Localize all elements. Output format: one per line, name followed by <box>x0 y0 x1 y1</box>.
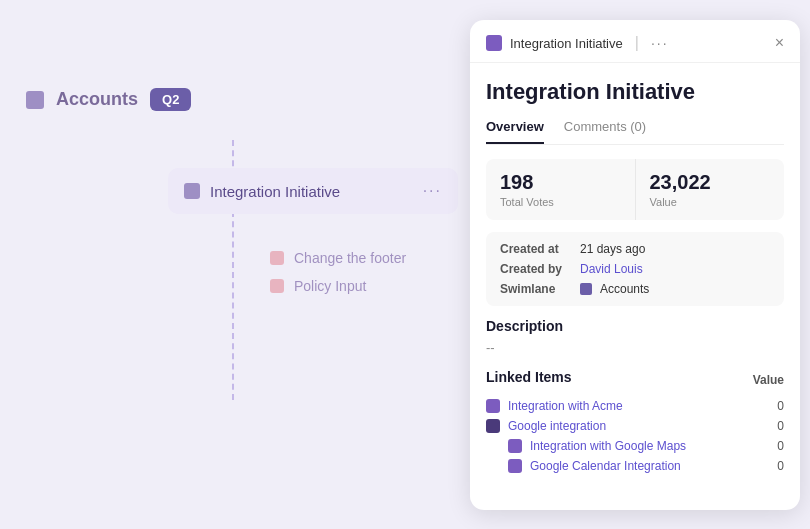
list-item: Google integration 0 <box>486 419 784 433</box>
meta-swimlane-key: Swimlane <box>500 282 572 296</box>
meta-box: Created at 21 days ago Created by David … <box>486 232 784 306</box>
meta-swimlane-value: Accounts <box>600 282 649 296</box>
linked-item-label[interactable]: Google integration <box>508 419 606 433</box>
panel-header-icon <box>486 35 502 51</box>
meta-created-at-key: Created at <box>500 242 572 256</box>
canvas-area: Accounts Q2 Integration Initiative ··· C… <box>0 0 470 529</box>
stat-total-votes: 198 Total Votes <box>486 159 636 220</box>
linked-item-icon <box>486 399 500 413</box>
detail-panel: Integration Initiative | ··· × Integrati… <box>470 20 800 510</box>
linked-items-title: Linked Items <box>486 369 572 385</box>
child-item-label: Change the footer <box>294 250 406 266</box>
list-item: Google Calendar Integration 0 <box>508 459 784 473</box>
meta-created-by: Created by David Louis <box>500 262 770 276</box>
stats-row: 198 Total Votes 23,022 Value <box>486 159 784 220</box>
stat-value-label: Value <box>650 196 771 208</box>
accounts-icon <box>26 91 44 109</box>
child-item-icon <box>270 251 284 265</box>
linked-item-label[interactable]: Integration with Acme <box>508 399 623 413</box>
child-item-label: Policy Input <box>294 278 366 294</box>
meta-created-by-key: Created by <box>500 262 572 276</box>
stat-total-votes-label: Total Votes <box>500 196 621 208</box>
swimlane-icon <box>580 283 592 295</box>
stat-value: 23,022 Value <box>636 159 785 220</box>
accounts-row: Accounts Q2 <box>26 88 191 111</box>
description-title: Description <box>486 318 784 334</box>
tab-comments[interactable]: Comments (0) <box>564 119 646 144</box>
linked-item-value: 0 <box>777 399 784 413</box>
list-item: Integration with Acme 0 <box>486 399 784 413</box>
accounts-label: Accounts <box>56 89 138 110</box>
meta-created-at: Created at 21 days ago <box>500 242 770 256</box>
meta-created-by-value[interactable]: David Louis <box>580 262 643 276</box>
linked-item-label[interactable]: Google Calendar Integration <box>530 459 681 473</box>
list-item[interactable]: Change the footer <box>270 250 406 266</box>
initiative-card-label: Integration Initiative <box>210 183 340 200</box>
q2-badge[interactable]: Q2 <box>150 88 191 111</box>
linked-item-label[interactable]: Integration with Google Maps <box>530 439 686 453</box>
linked-item-value: 0 <box>777 459 784 473</box>
child-items-list: Change the footer Policy Input <box>270 250 406 294</box>
tab-overview[interactable]: Overview <box>486 119 544 144</box>
stat-total-votes-value: 198 <box>500 171 621 194</box>
panel-header: Integration Initiative | ··· × <box>470 20 800 63</box>
panel-close-button[interactable]: × <box>775 34 784 52</box>
stat-value-value: 23,022 <box>650 171 771 194</box>
panel-header-left: Integration Initiative | ··· <box>486 34 669 52</box>
list-item: Integration with Google Maps 0 <box>508 439 784 453</box>
linked-item-icon <box>508 459 522 473</box>
list-item[interactable]: Policy Input <box>270 278 406 294</box>
linked-value-col: Value <box>753 373 784 387</box>
linked-items-header: Linked Items Value <box>486 369 784 391</box>
child-item-icon <box>270 279 284 293</box>
meta-created-at-value: 21 days ago <box>580 242 645 256</box>
panel-header-dots[interactable]: ··· <box>651 35 669 51</box>
initiative-card-icon <box>184 183 200 199</box>
initiative-card-left: Integration Initiative <box>184 183 340 200</box>
description-text: -- <box>486 340 784 355</box>
initiative-card-dots[interactable]: ··· <box>423 182 442 200</box>
linked-item-icon <box>508 439 522 453</box>
panel-header-title: Integration Initiative <box>510 36 623 51</box>
meta-swimlane: Swimlane Accounts <box>500 282 770 296</box>
panel-tabs: Overview Comments (0) <box>486 119 784 145</box>
panel-main-title: Integration Initiative <box>486 79 784 105</box>
linked-item-value: 0 <box>777 419 784 433</box>
panel-body: Integration Initiative Overview Comments… <box>470 63 800 510</box>
initiative-card[interactable]: Integration Initiative ··· <box>168 168 458 214</box>
linked-item-value: 0 <box>777 439 784 453</box>
linked-item-icon <box>486 419 500 433</box>
